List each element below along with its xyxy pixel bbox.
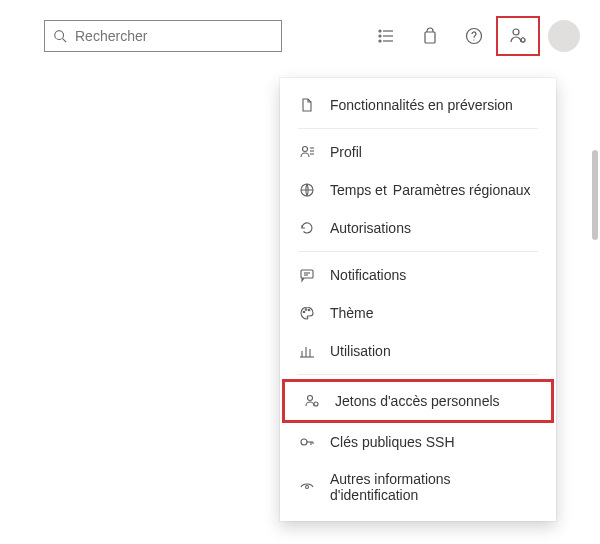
svg-point-12 [521,38,525,42]
svg-point-34 [301,439,307,445]
shopping-bag-icon [421,27,439,45]
menu-label: Thème [330,305,538,321]
svg-point-25 [303,311,305,313]
avatar[interactable] [548,20,580,52]
menu-label: Temps etParamètres régionaux [330,182,538,198]
key-icon [298,433,316,451]
separator [298,128,538,129]
svg-point-5 [379,35,381,37]
document-icon [298,96,316,114]
help-icon [465,27,483,45]
svg-line-1 [63,39,67,43]
profile-icon [298,143,316,161]
menu-notifications[interactable]: Notifications [280,256,556,294]
topbar-actions [364,16,580,56]
svg-point-27 [308,309,310,311]
menu-permissions[interactable]: Autorisations [280,209,556,247]
user-settings-dropdown: Fonctionnalités en préversion Profil Tem… [280,78,556,521]
list-icon [377,27,395,45]
svg-point-26 [305,309,307,311]
svg-point-10 [473,39,474,40]
menu-theme[interactable]: Thème [280,294,556,332]
eye-icon [298,478,316,496]
menu-other-credentials[interactable]: Autres informations d'identification [280,461,556,513]
user-settings-button[interactable] [496,16,540,56]
menu-label: Utilisation [330,343,538,359]
menu-label: Jetons d'accès personnels [335,393,533,409]
search-icon [53,29,67,43]
svg-point-0 [55,31,64,40]
svg-point-17 [303,147,308,152]
user-gear-icon [508,26,528,46]
menu-label: Profil [330,144,538,160]
svg-point-7 [379,40,381,42]
search-input[interactable] [73,27,273,45]
topbar [0,0,600,68]
separator [298,374,538,375]
menu-usage[interactable]: Utilisation [280,332,556,370]
refresh-icon [298,219,316,237]
svg-point-38 [306,486,309,489]
user-gear-icon [303,392,321,410]
svg-rect-22 [301,270,313,278]
svg-point-32 [308,396,313,401]
svg-rect-8 [425,32,435,43]
menu-label: Autres informations d'identification [330,471,538,503]
scrollbar-thumb[interactable] [592,150,598,240]
menu-label: Fonctionnalités en préversion [330,97,538,113]
menu-preview-features[interactable]: Fonctionnalités en préversion [280,86,556,124]
globe-icon [298,181,316,199]
search-box[interactable] [44,20,282,52]
menu-label: Autorisations [330,220,538,236]
scrollbar[interactable] [592,150,598,510]
bar-chart-icon [298,342,316,360]
svg-point-33 [314,402,318,406]
menu-label: Clés publiques SSH [330,434,538,450]
svg-point-11 [513,29,519,35]
separator [298,251,538,252]
chat-icon [298,266,316,284]
menu-time-regional[interactable]: Temps etParamètres régionaux [280,171,556,209]
help-button[interactable] [452,16,496,56]
list-icon-button[interactable] [364,16,408,56]
menu-ssh-keys[interactable]: Clés publiques SSH [280,423,556,461]
menu-profile[interactable]: Profil [280,133,556,171]
menu-personal-access-tokens[interactable]: Jetons d'accès personnels [282,379,554,423]
shopping-bag-button[interactable] [408,16,452,56]
menu-label: Notifications [330,267,538,283]
palette-icon [298,304,316,322]
svg-point-3 [379,30,381,32]
